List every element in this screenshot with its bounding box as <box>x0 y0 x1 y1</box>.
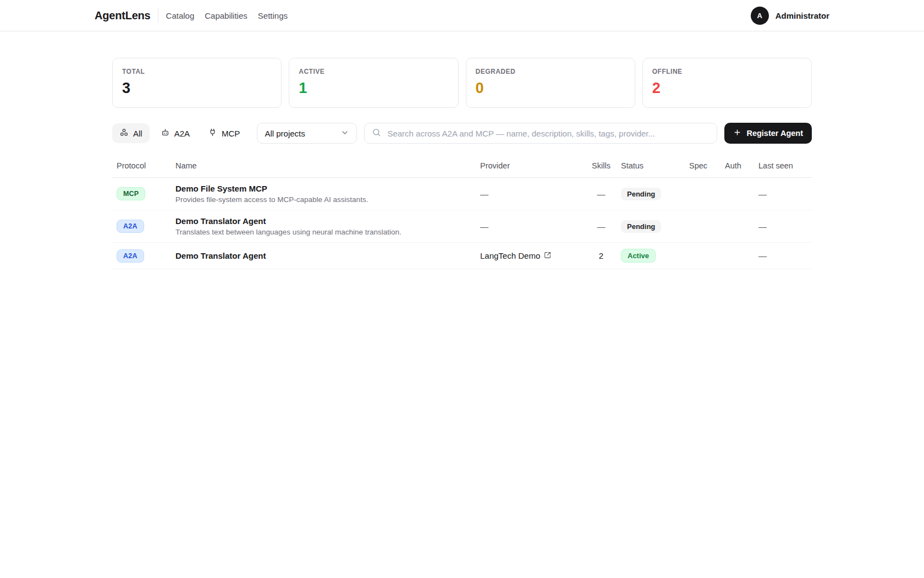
stat-label: TOTAL <box>122 68 272 75</box>
user-name: Administrator <box>776 11 829 20</box>
nav-item-settings[interactable]: Settings <box>258 11 288 20</box>
last-seen-cell: — <box>758 189 767 199</box>
project-select-value: All projects <box>265 129 305 138</box>
tab-all-protocols[interactable]: All <box>112 123 150 143</box>
table-row[interactable]: A2A Demo Translator Agent Translates tex… <box>112 210 812 243</box>
column-header-skills: Skills <box>586 158 617 178</box>
protocol-badge: A2A <box>117 249 144 263</box>
table-row[interactable]: A2A Demo Translator Agent LangTech Demo <box>112 243 812 269</box>
robot-icon <box>161 128 170 139</box>
hub-icon <box>119 128 129 139</box>
main-nav: Catalog Capabilities Settings <box>166 11 288 20</box>
column-header-spec: Spec <box>685 158 721 178</box>
register-agent-label: Register Agent <box>746 129 803 138</box>
stat-label: OFFLINE <box>652 68 802 75</box>
column-header-provider: Provider <box>476 158 586 178</box>
plug-icon <box>208 128 217 139</box>
tab-a2a[interactable]: A2A <box>153 123 197 143</box>
register-agent-button[interactable]: Register Agent <box>724 123 812 144</box>
status-badge: Pending <box>621 220 661 233</box>
status-badge: Active <box>621 249 656 263</box>
last-seen-cell: — <box>758 222 767 231</box>
agent-name-link[interactable]: Demo File System MCP <box>175 184 471 193</box>
plus-icon <box>733 128 741 138</box>
tab-label: All <box>133 129 142 138</box>
agents-table: Protocol Name Provider Skills Status Spe… <box>112 158 812 269</box>
nav-item-catalog[interactable]: Catalog <box>166 11 195 20</box>
skills-cell: — <box>597 222 606 231</box>
stat-card-active: ACTIVE 1 <box>289 58 458 108</box>
column-header-name: Name <box>171 158 476 178</box>
tab-mcp[interactable]: MCP <box>201 123 247 143</box>
stat-card-degraded: DEGRADED 0 <box>466 58 635 108</box>
project-select[interactable]: All projects <box>257 123 357 144</box>
search-box <box>364 123 717 144</box>
protocol-badge: MCP <box>117 187 145 200</box>
tab-label: MCP <box>222 129 240 138</box>
provider-name: LangTech Demo <box>480 251 540 260</box>
stat-value-active: 1 <box>299 81 448 96</box>
stat-card-offline: OFFLINE 2 <box>642 58 812 108</box>
stat-label: DEGRADED <box>476 68 625 75</box>
tab-label: A2A <box>174 129 190 138</box>
agent-name-link[interactable]: Demo Translator Agent <box>175 251 471 260</box>
skills-cell: 2 <box>599 251 603 260</box>
column-header-status: Status <box>617 158 685 178</box>
table-row[interactable]: MCP Demo File System MCP Provides file-s… <box>112 178 812 210</box>
search-icon <box>372 128 381 139</box>
chevron-down-icon <box>340 128 349 139</box>
column-header-auth: Auth <box>721 158 754 178</box>
stat-value-degraded: 0 <box>476 81 625 96</box>
column-header-last-seen: Last seen <box>754 158 812 178</box>
provider-cell: — <box>480 222 488 231</box>
stat-card-total: TOTAL 3 <box>112 58 282 108</box>
protocol-badge: A2A <box>117 220 144 233</box>
stats-row: TOTAL 3 ACTIVE 1 DEGRADED 0 OFFLINE 2 <box>112 58 812 108</box>
protocol-filter-tabs: All A2A MCP <box>112 123 247 143</box>
external-link-icon <box>544 251 551 260</box>
column-header-protocol: Protocol <box>112 158 171 178</box>
stat-value-offline: 2 <box>652 81 802 96</box>
status-badge: Pending <box>621 188 661 200</box>
provider-cell: — <box>480 189 488 199</box>
agent-description: Translates text between languages using … <box>175 228 471 236</box>
agent-description: Provides file-system access to MCP-capab… <box>175 195 471 204</box>
agent-name-link[interactable]: Demo Translator Agent <box>175 216 471 226</box>
table-header-row: Protocol Name Provider Skills Status Spe… <box>112 158 812 178</box>
stat-value-total: 3 <box>122 81 272 96</box>
app-logo[interactable]: AgentLens <box>95 9 151 22</box>
provider-external-link[interactable]: LangTech Demo <box>480 251 551 260</box>
nav-item-capabilities[interactable]: Capabilities <box>205 11 248 20</box>
user-menu[interactable]: A Administrator <box>751 7 829 25</box>
search-input[interactable] <box>386 128 710 139</box>
filter-bar: All A2A MCP <box>112 123 812 144</box>
main-content: TOTAL 3 ACTIVE 1 DEGRADED 0 OFFLINE 2 Al <box>112 31 812 302</box>
top-navigation-bar: AgentLens Catalog Capabilities Settings … <box>0 0 924 31</box>
last-seen-cell: — <box>758 251 767 260</box>
header-divider <box>158 8 158 23</box>
stat-label: ACTIVE <box>299 68 448 75</box>
avatar[interactable]: A <box>751 7 769 25</box>
skills-cell: — <box>597 189 606 199</box>
